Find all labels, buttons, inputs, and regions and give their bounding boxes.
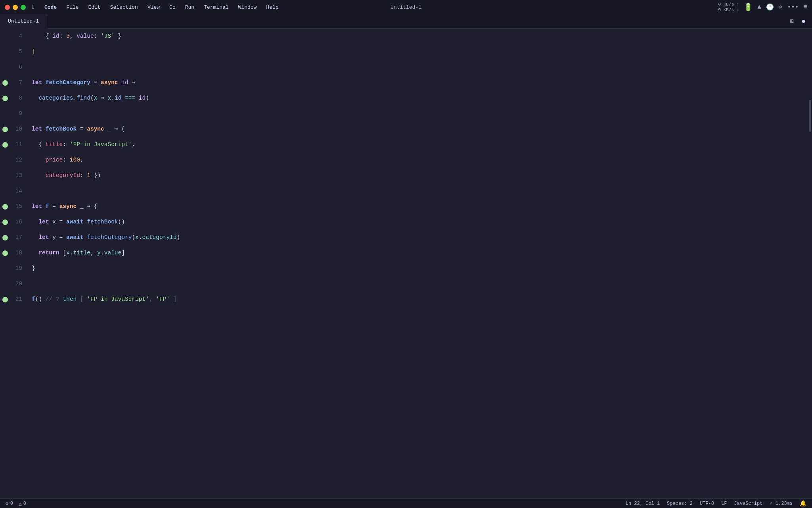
bp-8 bbox=[0, 90, 9, 106]
tabbar: Untitled-1 ⊞ ● bbox=[0, 14, 812, 29]
warning-count[interactable]: △ 0 bbox=[19, 500, 26, 507]
apple-icon:  bbox=[32, 4, 36, 11]
statusbar-right: Ln 22, Col 1 Spaces: 2 UTF-8 LF JavaScri… bbox=[626, 500, 806, 507]
line-num-9: 9 bbox=[9, 106, 22, 121]
menu-file[interactable]: File bbox=[63, 4, 82, 10]
list-icon[interactable]: ≡ bbox=[803, 4, 807, 11]
statusbar: ⊗ 0 △ 0 Ln 22, Col 1 Spaces: 2 UTF-8 LF … bbox=[0, 498, 812, 508]
editor: 4 5 6 7 8 9 10 11 12 13 14 15 16 17 18 1… bbox=[0, 29, 812, 498]
search-icon[interactable]: ⌕ bbox=[779, 3, 783, 11]
bp-7 bbox=[0, 75, 9, 90]
bp-4 bbox=[0, 29, 9, 44]
line-num-5: 5 bbox=[9, 44, 22, 60]
titlebar-left:  Code File Edit Selection View Go Run T… bbox=[5, 4, 282, 11]
code-line-5: ] bbox=[32, 44, 808, 60]
line-num-12: 12 bbox=[9, 152, 22, 168]
code-line-21: f() // ? then [ 'FP in JavaScript', 'FP'… bbox=[32, 292, 808, 307]
language-mode[interactable]: JavaScript bbox=[734, 501, 762, 506]
line-num-10: 10 bbox=[9, 121, 22, 137]
bp-11 bbox=[0, 137, 9, 152]
error-count[interactable]: ⊗ 0 bbox=[6, 500, 13, 507]
titlebar-right: 0 KB/s ↑0 KB/s ↓ 🔋 ▲ 🕐 ⌕ ••• ≡ bbox=[718, 2, 807, 13]
menu-edit[interactable]: Edit bbox=[85, 4, 103, 10]
code-line-9 bbox=[32, 106, 808, 121]
line-num-16: 16 bbox=[9, 214, 22, 230]
line-num-6: 6 bbox=[9, 60, 22, 75]
bp-5 bbox=[0, 44, 9, 60]
code-line-13: categoryId: 1 }) bbox=[32, 168, 808, 183]
titlebar:  Code File Edit Selection View Go Run T… bbox=[0, 0, 812, 14]
bp-6 bbox=[0, 60, 9, 75]
bp-14 bbox=[0, 183, 9, 199]
minimize-button[interactable] bbox=[13, 5, 18, 10]
code-line-15: let f = async _ ⇒ { bbox=[32, 199, 808, 214]
code-line-8: categories.find(x ⇒ x.id === id) bbox=[32, 90, 808, 106]
line-num-14: 14 bbox=[9, 183, 22, 199]
line-num-17: 17 bbox=[9, 230, 22, 245]
timing-info[interactable]: ✓ 1.23ms bbox=[770, 500, 793, 506]
encoding[interactable]: UTF-8 bbox=[700, 501, 714, 506]
scrollbar-track[interactable] bbox=[808, 29, 812, 498]
line-num-8: 8 bbox=[9, 90, 22, 106]
bp-21 bbox=[0, 292, 9, 307]
network-info: 0 KB/s ↑0 KB/s ↓ bbox=[718, 2, 739, 13]
clock-icon: 🕐 bbox=[766, 3, 774, 11]
battery-icon: 🔋 bbox=[744, 3, 753, 12]
statusbar-left: ⊗ 0 △ 0 bbox=[6, 500, 26, 507]
line-num-15: 15 bbox=[9, 199, 22, 214]
breakpoint-column bbox=[0, 29, 9, 498]
wifi-icon: ▲ bbox=[757, 4, 761, 11]
line-num-19: 19 bbox=[9, 261, 22, 276]
bp-16 bbox=[0, 214, 9, 230]
line-num-20: 20 bbox=[9, 276, 22, 292]
code-line-4: { id: 3, value: 'JS' } bbox=[32, 29, 808, 44]
more-icon[interactable]: ••• bbox=[787, 4, 799, 11]
line-num-18: 18 bbox=[9, 245, 22, 261]
line-num-7: 7 bbox=[9, 75, 22, 90]
menu-go[interactable]: Go bbox=[166, 4, 179, 10]
menu-selection[interactable]: Selection bbox=[107, 4, 141, 10]
bp-20 bbox=[0, 276, 9, 292]
code-line-14 bbox=[32, 183, 808, 199]
bp-9 bbox=[0, 106, 9, 121]
window-title: Untitled-1 bbox=[391, 4, 421, 10]
bp-15 bbox=[0, 199, 9, 214]
code-line-10: let fetchBook = async _ ⇒ ( bbox=[32, 121, 808, 137]
maximize-button[interactable] bbox=[21, 5, 26, 10]
split-editor-icon[interactable]: ⊞ bbox=[787, 17, 796, 26]
code-line-7: let fetchCategory = async id ⇒ bbox=[32, 75, 808, 90]
menu-code[interactable]: Code bbox=[41, 4, 60, 10]
bp-17 bbox=[0, 230, 9, 245]
tab-untitled[interactable]: Untitled-1 bbox=[0, 14, 47, 29]
notification-icon[interactable]: 🔔 bbox=[800, 500, 806, 507]
code-line-20 bbox=[32, 276, 808, 292]
line-num-4: 4 bbox=[9, 29, 22, 44]
traffic-lights bbox=[5, 5, 26, 10]
bp-19 bbox=[0, 261, 9, 276]
code-line-12: price: 100, bbox=[32, 152, 808, 168]
close-button[interactable] bbox=[5, 5, 10, 10]
menu-view[interactable]: View bbox=[144, 4, 163, 10]
line-num-21: 21 bbox=[9, 292, 22, 307]
menu-terminal[interactable]: Terminal bbox=[201, 4, 232, 10]
code-area[interactable]: { id: 3, value: 'JS' } ] let fetchCatego… bbox=[29, 29, 808, 498]
error-icon: ⊗ bbox=[6, 500, 9, 507]
line-num-13: 13 bbox=[9, 168, 22, 183]
cursor-position[interactable]: Ln 22, Col 1 bbox=[626, 501, 660, 506]
scrollbar-thumb[interactable] bbox=[809, 100, 811, 132]
bp-13 bbox=[0, 168, 9, 183]
line-num-11: 11 bbox=[9, 137, 22, 152]
indentation[interactable]: Spaces: 2 bbox=[667, 501, 693, 506]
bp-10 bbox=[0, 121, 9, 137]
menu-run[interactable]: Run bbox=[182, 4, 197, 10]
code-line-11: { title: 'FP in JavaScript', bbox=[32, 137, 808, 152]
code-line-17: let y = await fetchCategory(x.categoryId… bbox=[32, 230, 808, 245]
menu-window[interactable]: Window bbox=[235, 4, 260, 10]
tab-right-icons: ⊞ ● bbox=[787, 17, 812, 26]
line-ending[interactable]: LF bbox=[721, 501, 727, 506]
menu-help[interactable]: Help bbox=[263, 4, 282, 10]
code-line-6 bbox=[32, 60, 808, 75]
bp-12 bbox=[0, 152, 9, 168]
line-numbers: 4 5 6 7 8 9 10 11 12 13 14 15 16 17 18 1… bbox=[9, 29, 29, 498]
circle-icon[interactable]: ● bbox=[799, 17, 808, 26]
